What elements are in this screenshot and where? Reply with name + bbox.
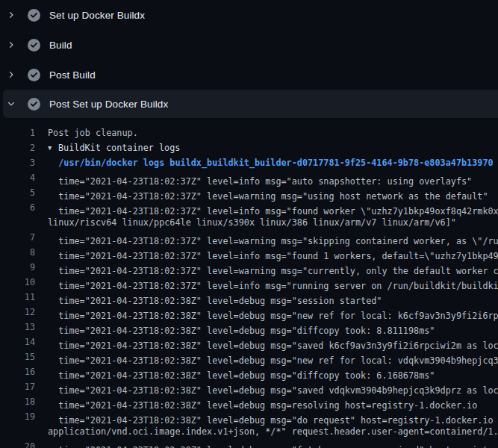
log-line-text: Post job cleanup. xyxy=(48,125,138,140)
log-line-number[interactable]: 6 xyxy=(0,200,35,215)
log-line-number[interactable]: 2 xyxy=(0,140,35,155)
log-line-number[interactable]: 10 xyxy=(0,275,35,290)
log-viewer: 1Post job cleanup.2▼BuildKit container l… xyxy=(0,118,498,448)
check-circle-icon xyxy=(28,98,40,111)
log-line: 20 time="2021-04-23T18:02:38Z" level=deb… xyxy=(0,439,498,448)
step-label: Set up Docker Buildx xyxy=(49,10,145,21)
chevron-down-icon xyxy=(6,99,16,109)
log-line-number[interactable]: 1 xyxy=(0,125,35,140)
check-circle-icon xyxy=(28,39,40,52)
chevron-right-icon xyxy=(6,10,16,20)
log-line-number[interactable]: 5 xyxy=(0,185,35,200)
log-line-number[interactable]: 12 xyxy=(0,305,35,320)
chevron-right-icon xyxy=(6,69,16,80)
log-line-number[interactable]: 7 xyxy=(0,230,35,245)
step-label: Build xyxy=(49,40,72,51)
log-line-number[interactable]: 9 xyxy=(0,260,35,275)
check-circle-icon xyxy=(28,69,40,81)
log-line-text: BuildKit container logs xyxy=(58,140,180,155)
log-line-number[interactable]: 16 xyxy=(0,364,35,379)
log-line-number[interactable]: 4 xyxy=(0,170,35,185)
step-build[interactable]: Build xyxy=(0,30,498,60)
log-line: 19 time="2021-04-23T18:02:38Z" level=deb… xyxy=(0,409,498,424)
log-group-toggle-icon[interactable]: ▼ xyxy=(48,140,58,155)
log-line-number[interactable]: 20 xyxy=(0,439,35,448)
step-post-set-up-docker-buildx[interactable]: Post Set up Docker Buildx xyxy=(3,90,498,118)
log-line-number[interactable]: 13 xyxy=(0,320,35,335)
log-line-number[interactable]: 18 xyxy=(0,394,35,409)
log-line-number[interactable]: 3 xyxy=(0,155,35,170)
log-line: 2▼BuildKit container logs xyxy=(0,140,498,155)
log-line-number[interactable]: 19 xyxy=(0,409,35,424)
step-label: Post Set up Docker Buildx xyxy=(49,99,168,110)
log-line: 6 time="2021-04-23T18:02:37Z" level=info… xyxy=(0,200,498,215)
log-line-number[interactable]: 11 xyxy=(0,290,35,305)
step-post-build[interactable]: Post Build xyxy=(0,60,498,90)
log-line: 1Post job cleanup. xyxy=(0,125,498,140)
step-set-up-docker-buildx[interactable]: Set up Docker Buildx xyxy=(0,0,498,30)
step-label: Post Build xyxy=(49,69,96,81)
log-line-number[interactable]: 8 xyxy=(0,245,35,260)
log-line-number[interactable]: 15 xyxy=(0,349,35,364)
steps-list: Set up Docker Buildx Build Post Build Po… xyxy=(0,0,498,118)
log-line-number[interactable]: 17 xyxy=(0,379,35,394)
log-line-text: time="2021-04-23T18:02:38Z" level=debug … xyxy=(48,435,498,448)
log-line-number[interactable]: 14 xyxy=(0,335,35,349)
check-circle-icon xyxy=(28,9,40,22)
chevron-right-icon xyxy=(6,40,16,50)
